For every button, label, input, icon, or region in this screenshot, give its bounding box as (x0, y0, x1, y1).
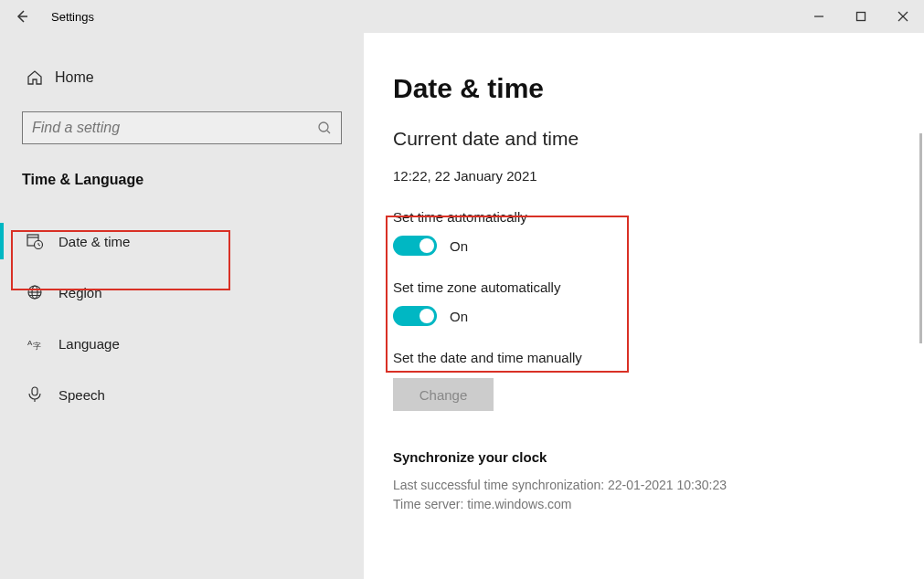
manual-datetime-label: Set the date and time manually (393, 350, 924, 365)
search-input[interactable] (32, 120, 317, 136)
page-title: Date & time (393, 73, 924, 104)
home-icon (27, 69, 43, 86)
svg-text:字: 字 (33, 342, 41, 351)
sidebar: Home Time & Language Date & time (0, 33, 364, 579)
titlebar: Settings (0, 0, 924, 33)
microphone-icon (27, 386, 43, 403)
toggle-set-timezone-auto[interactable] (393, 306, 437, 326)
sidebar-item-label: Region (58, 285, 102, 300)
maximize-icon (855, 11, 866, 22)
window-controls (798, 2, 924, 31)
globe-icon (27, 284, 43, 300)
maximize-button[interactable] (840, 2, 882, 31)
sidebar-section-title: Time & Language (0, 172, 364, 188)
sync-last-line: Last successful time synchronization: 22… (393, 476, 924, 495)
svg-rect-19 (32, 387, 37, 395)
search-icon (317, 121, 332, 135)
sidebar-item-speech[interactable]: Speech (0, 369, 364, 420)
home-nav[interactable]: Home (0, 69, 364, 86)
close-button[interactable] (882, 2, 924, 31)
minimize-button[interactable] (798, 2, 840, 31)
toggle-row-set-timezone-auto: On (393, 306, 924, 326)
toggle-state-text: On (450, 309, 468, 324)
arrow-left-icon (15, 9, 29, 24)
svg-rect-2 (857, 13, 866, 21)
search-box[interactable] (22, 111, 342, 144)
sidebar-item-region[interactable]: Region (0, 267, 364, 318)
sidebar-item-label: Speech (58, 387, 105, 403)
toggle-row-set-time-auto: On (393, 236, 924, 256)
sidebar-item-label: Language (58, 336, 120, 352)
sidebar-item-label: Date & time (58, 234, 130, 249)
svg-line-6 (327, 131, 330, 133)
current-datetime-value: 12:22, 22 January 2021 (393, 168, 924, 184)
svg-point-5 (319, 122, 328, 132)
close-icon (897, 11, 908, 22)
current-datetime-heading: Current date and time (393, 128, 924, 150)
sidebar-item-language[interactable]: A 字 Language (0, 318, 364, 369)
sidebar-item-date-time[interactable]: Date & time (0, 216, 364, 267)
main-content: Date & time Current date and time 12:22,… (364, 33, 924, 579)
language-icon: A 字 (27, 335, 43, 352)
sync-server-line: Time server: time.windows.com (393, 495, 924, 514)
window-title: Settings (44, 10, 94, 24)
minimize-icon (813, 11, 824, 22)
scrollbar[interactable] (919, 133, 922, 343)
toggle-state-text: On (450, 238, 468, 254)
toggle-label-set-timezone-auto: Set time zone automatically (393, 279, 924, 295)
change-button[interactable]: Change (393, 378, 494, 411)
home-label: Home (55, 69, 94, 86)
toggle-set-time-auto[interactable] (393, 236, 437, 256)
back-button[interactable] (0, 0, 44, 33)
sync-heading: Synchronize your clock (393, 449, 924, 465)
toggle-label-set-time-auto: Set time automatically (393, 209, 924, 225)
calendar-clock-icon (27, 233, 43, 249)
